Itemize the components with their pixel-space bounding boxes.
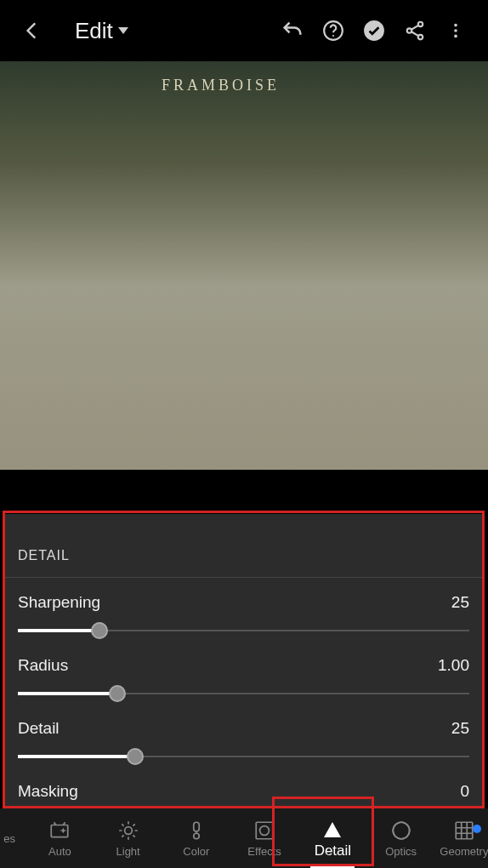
slider-label: Detail [18, 719, 60, 738]
badge-dot-icon [473, 825, 481, 833]
tab-label: Geometry [440, 845, 488, 858]
more-vert-icon[interactable] [439, 14, 473, 48]
tab-label: Optics [385, 845, 417, 858]
approve-check-icon[interactable] [357, 14, 391, 48]
tab-auto[interactable]: Auto [29, 819, 90, 858]
tab-label: Detail [315, 842, 351, 859]
slider-thumb[interactable] [109, 685, 126, 702]
slider-value: 0 [460, 782, 469, 801]
svg-point-5 [418, 35, 423, 39]
slider-label: Masking [18, 782, 78, 801]
slider-thumb[interactable] [91, 622, 108, 639]
svg-point-12 [194, 833, 200, 839]
detail-panel: DETAIL Sharpening 25 Radius 1.00 Detail … [3, 514, 485, 808]
undo-icon[interactable] [275, 14, 309, 48]
tab-detail[interactable]: Detail [302, 817, 363, 859]
svg-rect-16 [456, 822, 473, 839]
photo-overlay [0, 61, 488, 470]
top-toolbar: Edit [0, 0, 488, 61]
effects-icon [253, 819, 275, 842]
slider-detail: Detail 25 [18, 719, 469, 767]
tab-label: Auto [48, 845, 71, 858]
svg-point-7 [454, 29, 457, 32]
tab-color[interactable]: Color [166, 819, 227, 858]
tab-effects[interactable]: Effects [234, 819, 295, 858]
back-arrow-icon[interactable] [15, 14, 49, 48]
light-icon [117, 819, 139, 842]
panel-divider [3, 577, 485, 578]
tab-profiles[interactable]: es [0, 832, 22, 845]
svg-rect-11 [194, 822, 200, 831]
tab-optics[interactable]: Optics [371, 819, 432, 858]
tab-light[interactable]: Light [98, 819, 159, 858]
tab-label: Effects [247, 845, 281, 858]
slider-thumb[interactable] [127, 748, 144, 765]
chevron-down-icon [118, 27, 128, 34]
slider-track[interactable] [18, 683, 469, 704]
tab-label: es [3, 832, 15, 845]
slider-masking: Masking 0 [18, 782, 469, 801]
help-icon[interactable] [316, 14, 350, 48]
detail-triangle-icon [321, 817, 343, 839]
edit-dropdown[interactable]: Edit [75, 18, 128, 44]
svg-rect-13 [256, 822, 273, 839]
slider-track[interactable] [18, 620, 469, 641]
svg-point-1 [332, 35, 334, 37]
slider-radius: Radius 1.00 [18, 656, 469, 704]
slider-value: 25 [451, 593, 469, 612]
svg-rect-9 [52, 825, 69, 837]
panel-title: DETAIL [18, 514, 469, 577]
auto-icon [48, 819, 71, 842]
svg-point-4 [407, 28, 411, 32]
tab-geometry[interactable]: Geometry [439, 819, 488, 858]
slider-value: 1.00 [438, 656, 469, 675]
photo-preview[interactable]: FRAMBOISE [0, 61, 488, 470]
color-icon [185, 819, 207, 842]
slider-label: Radius [18, 656, 68, 675]
edit-label-text: Edit [75, 18, 113, 44]
svg-point-3 [418, 22, 423, 26]
slider-label: Sharpening [18, 593, 100, 612]
svg-point-8 [454, 35, 457, 38]
share-icon[interactable] [398, 14, 432, 48]
bottom-tab-bar: es Auto Light Color Effects Detail Optic… [0, 808, 488, 868]
geometry-icon [453, 819, 475, 842]
optics-icon [390, 819, 412, 842]
svg-point-10 [124, 826, 132, 834]
photo-sign-text: FRAMBOISE [162, 77, 280, 94]
svg-point-6 [454, 24, 457, 27]
tab-label: Color [183, 845, 209, 858]
slider-sharpening: Sharpening 25 [18, 593, 469, 641]
tab-label: Light [116, 845, 140, 858]
slider-value: 25 [451, 719, 469, 738]
slider-track[interactable] [18, 746, 469, 767]
svg-point-14 [260, 825, 270, 835]
